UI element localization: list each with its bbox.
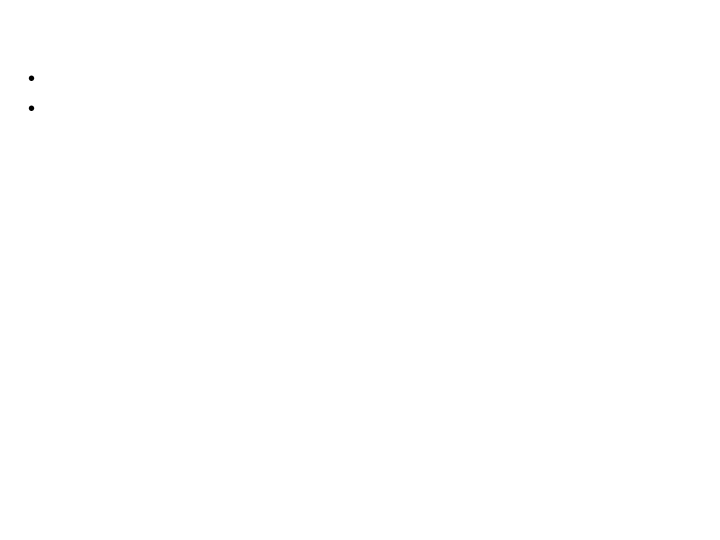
slide-title	[40, 14, 680, 51]
bullet-list: • •	[28, 65, 690, 121]
side-notes	[502, 167, 694, 181]
grid-area	[94, 143, 470, 147]
bullet-dot: •	[28, 95, 50, 121]
bullet-2: •	[28, 95, 690, 121]
bullet-1: •	[28, 65, 690, 91]
bullet-dot: •	[28, 65, 50, 91]
